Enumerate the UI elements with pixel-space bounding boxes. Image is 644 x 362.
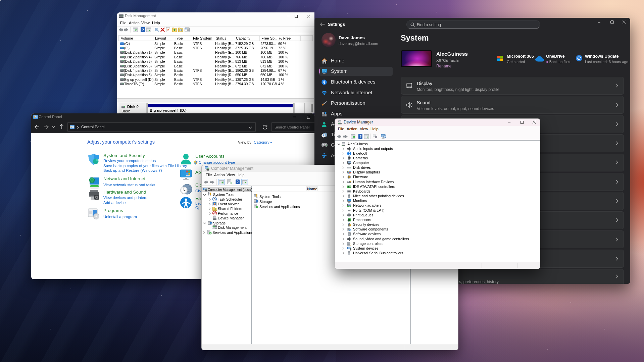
svg-text:?: ? bbox=[142, 28, 144, 32]
svg-text:?: ? bbox=[359, 135, 362, 139]
svg-text:?: ? bbox=[237, 180, 239, 184]
